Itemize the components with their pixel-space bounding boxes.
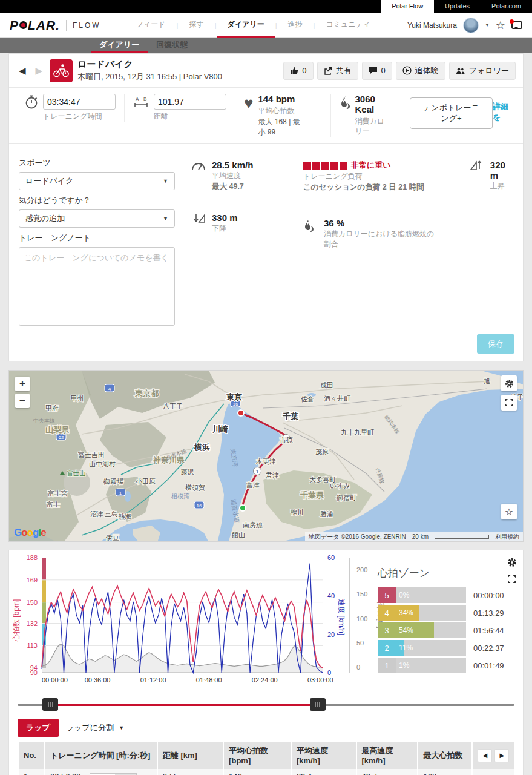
- map-zoom-out-button[interactable]: −: [15, 394, 30, 408]
- chart-fullscreen-icon[interactable]: [507, 575, 517, 586]
- map-label: 沼津: [90, 510, 103, 518]
- nav-item[interactable]: 進捗: [277, 13, 314, 38]
- hr-zone-bar[interactable]: 1%: [396, 658, 466, 673]
- subnav-item[interactable]: 回復状態: [148, 38, 196, 53]
- map-favorite-star-icon[interactable]: ☆: [501, 504, 517, 519]
- route-end-marker: [240, 505, 246, 511]
- x-axis-tick: 01:48:00: [196, 676, 222, 684]
- nav-item[interactable]: 探す: [178, 13, 214, 38]
- polar-flow-brand[interactable]: PLAR. FLOW: [10, 18, 101, 33]
- avatar[interactable]: [463, 18, 479, 33]
- nav-item[interactable]: フィード: [125, 13, 177, 38]
- hr-zone-time: 01:56:44: [473, 626, 504, 635]
- nav-item[interactable]: ダイアリー: [217, 13, 275, 38]
- map-label: 勝浦: [320, 510, 333, 518]
- x-axis-tick: 00:00:00: [42, 676, 68, 684]
- hr-zone-time: 01:13:29: [473, 608, 504, 618]
- lap-row[interactable]: 100:56:0327.514629.449.7168: [18, 769, 514, 775]
- training-notes-textarea[interactable]: [19, 247, 175, 326]
- slider-left-handle[interactable]: [42, 698, 58, 711]
- share-button[interactable]: 共有: [317, 62, 358, 80]
- sport-select[interactable]: ロードバイク▼: [19, 172, 175, 190]
- laps-column-header: 平均心拍数 [bpm]: [223, 742, 291, 769]
- hr-zone-bar[interactable]: 54%: [396, 622, 466, 638]
- hr-zone-percent: 34%: [399, 608, 413, 617]
- hr-zones-title: 心拍ゾーン: [378, 566, 514, 580]
- svg-text:188: 188: [27, 554, 38, 561]
- chevron-down-icon: ▼: [163, 216, 168, 222]
- topbar-tab[interactable]: Polar Flow: [381, 0, 434, 13]
- hr-zone-bar[interactable]: 0%: [396, 587, 466, 603]
- laps-next-page-button[interactable]: ▶: [494, 749, 509, 762]
- save-button[interactable]: 保存: [477, 334, 514, 354]
- metric-fat-burn: 36 % 消費カロリーにおける脂肪燃焼の割合: [303, 218, 470, 249]
- training-chart[interactable]: 1881691501321139490心拍数 [bpm]00:00:0000:3…: [9, 550, 396, 691]
- like-button[interactable]: 0: [283, 62, 313, 80]
- followers-button[interactable]: フォロワー: [449, 62, 516, 80]
- map-label: 川崎: [212, 424, 228, 434]
- topbar-tab[interactable]: Polar.com: [481, 0, 532, 13]
- svg-text:4: 4: [108, 386, 111, 392]
- lap-split-dropdown[interactable]: ラップに分割▼: [59, 719, 131, 737]
- map-label: 千葉県: [300, 490, 324, 500]
- analysis-card: 1881691501321139490心拍数 [bpm]00:00:0000:3…: [8, 550, 524, 775]
- distance-input[interactable]: [154, 94, 226, 110]
- map-label: 甲府: [45, 404, 59, 412]
- hr-zone-bar[interactable]: 34%: [396, 605, 466, 621]
- map-label: 小田原: [135, 478, 156, 485]
- nav-item[interactable]: コミュニティ: [315, 13, 381, 38]
- hr-minmax: 最大 168 | 最小 99: [258, 117, 303, 137]
- hr-zone-bar[interactable]: 11%: [396, 640, 466, 656]
- notifications-icon[interactable]: [511, 21, 522, 29]
- hr-zone-number: 1: [378, 658, 396, 673]
- route-map[interactable]: 41662116 31 東京都山梨県神奈川県千葉県東京千葉横浜川崎八王子甲府甲州…: [8, 370, 524, 542]
- map-label: 鴨川: [291, 509, 304, 516]
- map-zoom-in-button[interactable]: +: [15, 377, 30, 391]
- svg-text:169: 169: [27, 576, 38, 584]
- map-terms-link[interactable]: 利用規約: [495, 533, 519, 541]
- map-fullscreen-icon[interactable]: [501, 395, 517, 411]
- next-session-button[interactable]: ▶: [33, 64, 45, 78]
- laps-column-header: 最高速度 [km/h]: [356, 742, 418, 769]
- favorites-star-icon[interactable]: ☆: [496, 19, 505, 32]
- hr-zones-rows: 50%00:00:00434%01:13:29354%01:56:44211%0…: [378, 587, 514, 673]
- stat-distance: AB 距離: [124, 94, 235, 122]
- svg-text:B: B: [143, 96, 146, 102]
- slider-right-handle[interactable]: [310, 698, 326, 711]
- hr-zone-row: 211%00:22:37: [378, 640, 514, 656]
- training-benefit-button[interactable]: テンポトレーニング+: [410, 97, 493, 129]
- x-axis-tick: 03:00:00: [307, 676, 333, 684]
- user-name[interactable]: Yuki Matsukura: [407, 21, 457, 30]
- subnav-items: ダイアリー回復状態: [91, 38, 196, 53]
- feeling-select[interactable]: 感覚の追加▼: [19, 209, 175, 228]
- chart-settings-gear-icon[interactable]: [507, 558, 517, 570]
- subnav: ダイアリー回復状態: [0, 38, 532, 53]
- relive-button[interactable]: 追体験: [396, 62, 445, 80]
- map-label: 富士宮: [48, 490, 68, 497]
- comments-button[interactable]: 0: [362, 62, 392, 80]
- svg-text:200: 200: [356, 566, 367, 573]
- notification-dot: [510, 19, 514, 24]
- previous-session-button[interactable]: ◀: [16, 64, 28, 78]
- session-title-block: ロードバイク 木曜日, 2015, 12月 31 16:55 | Polar V…: [77, 59, 222, 82]
- user-menu-caret-icon[interactable]: ▼: [485, 22, 490, 28]
- session-actions: 0 共有 0 追体験 フォロワー: [283, 62, 516, 80]
- laps-pager-cell: ◀▶: [472, 742, 514, 769]
- x-axis-tick: 02:24:00: [252, 676, 278, 684]
- details-link[interactable]: 詳細を: [493, 101, 516, 123]
- laps-prev-page-button[interactable]: ◀: [478, 749, 492, 762]
- map-settings-gear-icon[interactable]: [501, 375, 517, 391]
- stat-duration: トレーニング時間: [16, 94, 124, 122]
- map-scale-bar: [435, 535, 489, 539]
- lap-distance: 27.5: [157, 769, 223, 775]
- svg-text:113: 113: [27, 642, 38, 649]
- metric-avg-speed: 28.5 km/h 平均速度 最大 49.7: [191, 160, 303, 192]
- duration-input[interactable]: [43, 94, 116, 110]
- map-label: 横浜: [194, 443, 210, 452]
- lap-avg-hr: 146: [223, 769, 291, 775]
- subnav-item[interactable]: ダイアリー: [91, 38, 148, 53]
- speedometer-icon: [191, 160, 207, 192]
- google-logo-letter: o: [27, 527, 33, 538]
- topbar-tab[interactable]: Updates: [434, 0, 481, 13]
- laps-tab-button[interactable]: ラップ: [18, 719, 59, 737]
